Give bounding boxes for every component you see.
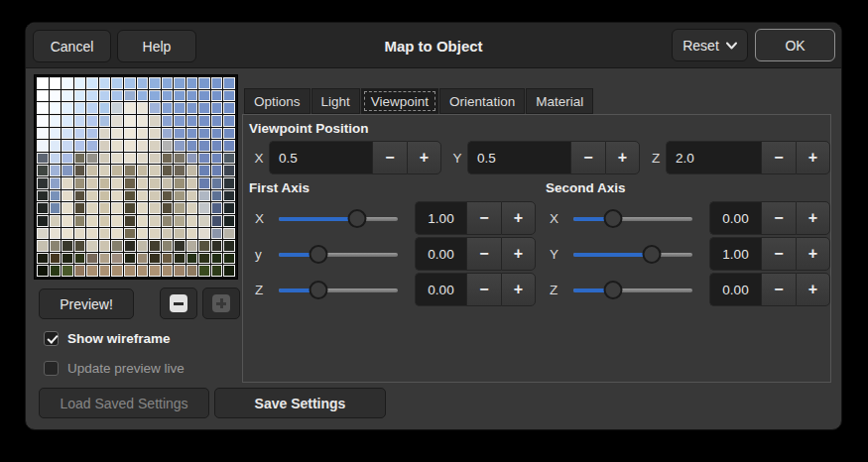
preview-tile xyxy=(149,128,161,140)
first-axis-z-input[interactable]: 0.00 xyxy=(415,273,466,306)
preview-tile xyxy=(124,128,136,140)
second-axis-z-decrement-button[interactable]: − xyxy=(761,273,796,306)
zoom-in-button[interactable] xyxy=(202,288,240,319)
slider-handle[interactable] xyxy=(643,245,662,264)
second-axis-z-increment-button[interactable]: + xyxy=(796,273,830,306)
tab-options[interactable]: Options xyxy=(244,88,310,114)
first-axis-y-spinner: 0.00 − + xyxy=(415,237,536,271)
preview-tile xyxy=(124,177,136,189)
first-axis-y-increment-button[interactable]: + xyxy=(501,237,536,271)
preview-tile xyxy=(50,240,62,252)
preview-tile xyxy=(74,240,86,252)
preview-tile xyxy=(211,153,223,165)
preview-grid[interactable] xyxy=(34,74,238,280)
show-wireframe-checkbox[interactable] xyxy=(44,331,59,346)
preview-tile xyxy=(162,265,174,277)
preview-tile xyxy=(111,90,123,102)
zoom-out-button[interactable] xyxy=(160,288,197,319)
viewpoint-y-input[interactable]: 0.5 xyxy=(467,141,570,174)
preview-tile xyxy=(174,215,186,227)
viewpoint-y-decrement-button[interactable]: − xyxy=(570,141,605,174)
save-settings-button[interactable]: Save Settings xyxy=(214,388,386,418)
second-axis-y-decrement-button[interactable]: − xyxy=(761,237,796,271)
slider-handle[interactable] xyxy=(603,281,622,299)
first-axis-z-decrement-button[interactable]: − xyxy=(466,273,501,306)
preview-tile xyxy=(86,228,98,240)
preview-tile xyxy=(162,102,174,114)
reset-button[interactable]: Reset xyxy=(672,29,748,61)
second-axis-x-input[interactable]: 0.00 xyxy=(709,201,761,235)
slider-handle[interactable] xyxy=(348,209,367,228)
preview-tile xyxy=(186,165,198,176)
first-axis-x-slider[interactable] xyxy=(279,209,398,228)
slider-handle[interactable] xyxy=(309,245,327,264)
preview-tile xyxy=(111,202,123,214)
first-axis-x-increment-button[interactable]: + xyxy=(501,201,536,235)
second-axis-x-row: X 0.00 − + xyxy=(538,200,832,236)
viewpoint-z-increment-button[interactable]: + xyxy=(796,141,830,174)
preview-tile xyxy=(198,128,210,140)
preview-tile xyxy=(86,190,98,202)
viewpoint-x-decrement-button[interactable]: − xyxy=(372,141,407,174)
update-preview-live-checkbox[interactable] xyxy=(44,361,59,376)
preview-tile xyxy=(149,265,161,277)
preview-tile xyxy=(37,240,49,252)
cancel-button[interactable]: Cancel xyxy=(33,30,111,62)
preview-tile xyxy=(111,228,123,240)
tab-light[interactable]: Light xyxy=(311,88,360,114)
second-axis-y-input[interactable]: 1.00 xyxy=(709,237,761,271)
second-axis-x-slider[interactable] xyxy=(573,209,692,228)
preview-tile xyxy=(99,102,111,114)
first-axis-y-input[interactable]: 0.00 xyxy=(415,237,466,271)
slider-handle[interactable] xyxy=(603,209,622,228)
second-axis-x-label: X xyxy=(550,211,565,226)
preview-tile xyxy=(149,228,161,240)
preview-tile xyxy=(174,202,186,214)
preview-tile xyxy=(74,215,86,227)
slider-handle[interactable] xyxy=(309,281,327,299)
tab-orientation[interactable]: Orientation xyxy=(439,88,525,114)
preview-tile xyxy=(111,102,123,114)
preview-tile xyxy=(137,228,149,240)
preview-tile xyxy=(137,77,149,89)
preview-tile xyxy=(186,265,198,277)
first-axis-z-slider[interactable] xyxy=(279,281,398,299)
preview-tile xyxy=(223,102,235,114)
viewpoint-z-decrement-button[interactable]: − xyxy=(761,141,796,174)
viewpoint-z-input[interactable]: 2.0 xyxy=(666,141,761,174)
second-axis-z-slider[interactable] xyxy=(573,281,692,299)
preview-tile xyxy=(62,128,73,140)
preview-tile xyxy=(124,77,136,89)
preview-tile xyxy=(37,215,49,227)
first-axis-z-increment-button[interactable]: + xyxy=(501,273,536,306)
preview-tile xyxy=(198,153,210,165)
first-axis-y-slider[interactable] xyxy=(279,245,398,264)
preview-tile xyxy=(62,190,73,202)
second-axis-y-slider[interactable] xyxy=(573,245,692,264)
viewpoint-x-increment-button[interactable]: + xyxy=(407,141,441,174)
first-axis-y-decrement-button[interactable]: − xyxy=(466,237,501,271)
tab-viewpoint[interactable]: Viewpoint xyxy=(361,88,438,114)
second-axis-y-increment-button[interactable]: + xyxy=(796,237,830,271)
second-axis-z-input[interactable]: 0.00 xyxy=(709,273,761,306)
second-axis-x-decrement-button[interactable]: − xyxy=(761,201,796,235)
ok-button[interactable]: OK xyxy=(755,29,835,61)
preview-tile xyxy=(137,202,149,214)
tab-material[interactable]: Material xyxy=(526,88,593,114)
preview-tile xyxy=(149,140,161,152)
preview-tile xyxy=(174,190,186,202)
viewpoint-y-increment-button[interactable]: + xyxy=(605,141,640,174)
load-saved-settings-button[interactable]: Load Saved Settings xyxy=(39,388,209,418)
preview-tile xyxy=(62,215,73,227)
preview-button[interactable]: Preview! xyxy=(39,289,134,319)
preview-tile xyxy=(62,77,73,89)
help-button[interactable]: Help xyxy=(117,30,196,62)
preview-tile xyxy=(74,253,86,265)
viewpoint-position-row: X 0.5 − + Y 0.5 − + Z 2.0 − + xyxy=(243,141,830,174)
viewpoint-z-spinner: 2.0 − + xyxy=(666,141,830,174)
preview-tile xyxy=(50,115,62,127)
viewpoint-x-input[interactable]: 0.5 xyxy=(269,141,372,174)
second-axis-x-increment-button[interactable]: + xyxy=(796,201,830,235)
first-axis-x-input[interactable]: 1.00 xyxy=(415,201,466,235)
first-axis-x-decrement-button[interactable]: − xyxy=(466,201,501,235)
